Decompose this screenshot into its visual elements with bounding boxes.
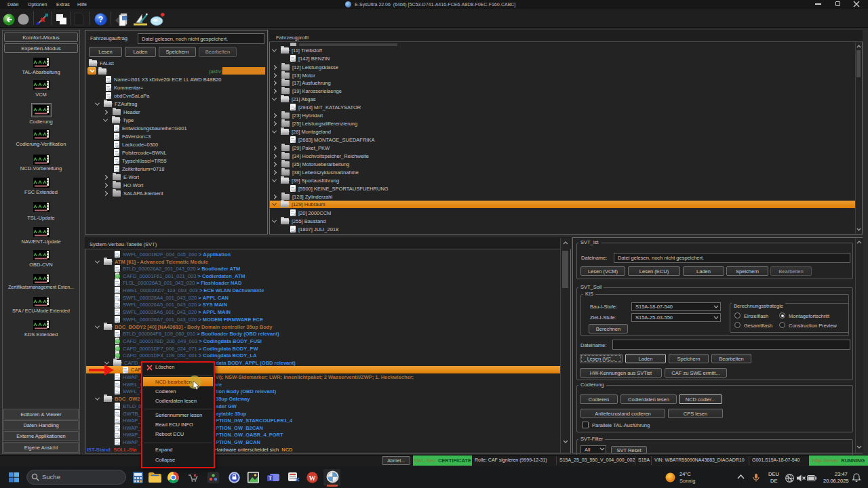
svg-text:?: ?	[98, 15, 103, 24]
svg-text:W: W	[309, 474, 316, 482]
svg-text:T: T	[269, 476, 272, 481]
